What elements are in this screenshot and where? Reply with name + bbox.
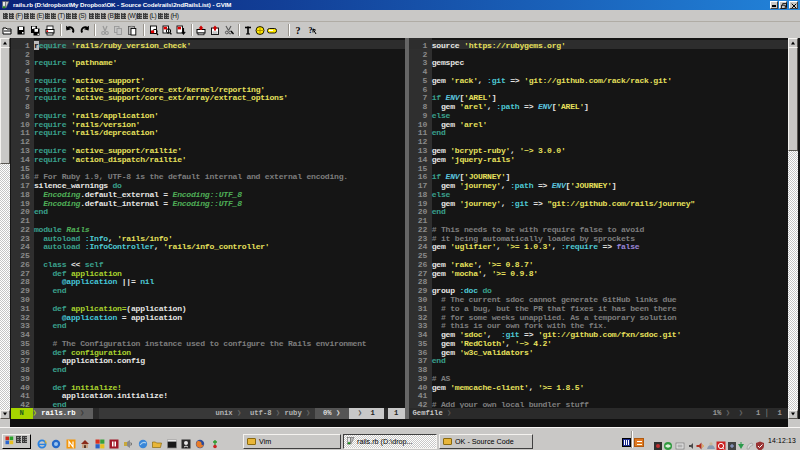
svg-text:?: ? [309, 26, 313, 35]
svg-text:?: ? [296, 25, 301, 36]
